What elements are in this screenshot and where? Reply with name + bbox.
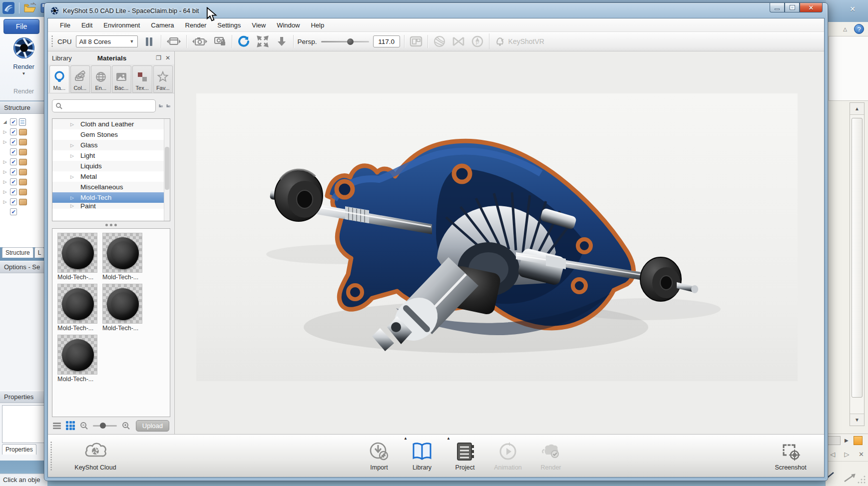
nav-close-icon[interactable]: ✕ — [859, 451, 864, 458]
menu-edit[interactable]: Edit — [76, 19, 97, 31]
help-icon[interactable]: ? — [854, 24, 864, 34]
material-preview[interactable] — [102, 233, 142, 273]
ribbon-collapse-icon[interactable]: △ — [843, 26, 847, 32]
tab-favorites[interactable]: Fav... — [153, 65, 173, 93]
menu-view[interactable]: View — [247, 19, 271, 31]
checkbox-checked[interactable]: ✔ — [10, 178, 17, 185]
expand-open-icon[interactable]: ◢ — [2, 119, 8, 124]
zoom-out-icon[interactable] — [80, 422, 88, 430]
tab-layers-partial[interactable]: L — [34, 247, 45, 258]
thumbnail-size-slider[interactable] — [93, 425, 117, 427]
dock-screenshot[interactable]: Screenshot — [769, 441, 812, 471]
checkbox-checked[interactable]: ✔ — [10, 208, 17, 215]
menu-camera[interactable]: Camera — [146, 19, 179, 31]
tab-textures[interactable]: Tex... — [132, 65, 152, 93]
tab-backplates[interactable]: Bac... — [112, 65, 132, 93]
menu-window[interactable]: Window — [272, 19, 305, 31]
checkbox-checked[interactable]: ✔ — [10, 188, 17, 195]
expand-arrow-icon[interactable]: ▷ — [70, 195, 74, 200]
expand-arrow-icon[interactable]: ▷ — [2, 159, 8, 164]
persp-slider[interactable] — [321, 41, 369, 42]
tab-structure[interactable]: Structure — [2, 247, 33, 258]
camera-step-button[interactable] — [191, 34, 209, 48]
lock-camera-button[interactable] — [213, 34, 228, 48]
tree-item-cloth-and-leather[interactable]: ▷Cloth and Leather — [52, 119, 170, 129]
material-preview[interactable] — [102, 284, 142, 324]
checkbox-checked[interactable]: ✔ — [10, 128, 17, 135]
reset-camera-button[interactable] — [236, 34, 251, 48]
material-thumbnail[interactable]: Mold-Tech-... — [57, 335, 97, 386]
tab-colors[interactable]: Col... — [70, 65, 90, 93]
dock-grip[interactable] — [50, 441, 52, 471]
add-folder-icon[interactable] — [159, 101, 163, 110]
structure-tree-row[interactable]: ✔ — [2, 207, 47, 217]
structure-tree-row[interactable]: ▷✔ — [2, 157, 47, 167]
tree-item-glass[interactable]: ▷Glass — [52, 140, 170, 150]
spaceclaim-render-button[interactable]: Render ▼ — [0, 36, 47, 76]
scroll-right-icon[interactable]: ▶ — [845, 438, 849, 443]
search-box[interactable] — [52, 99, 156, 112]
expand-arrow-icon[interactable]: ▷ — [2, 179, 8, 184]
region-render-button[interactable] — [409, 34, 424, 48]
structure-tree-root-row[interactable]: ◢✔ — [2, 117, 47, 127]
scroll-down-icon[interactable]: ▼ — [850, 414, 864, 426]
maximize-button[interactable] — [785, 3, 800, 12]
structure-tree-row[interactable]: ▷✔ — [2, 167, 47, 177]
checkbox-checked[interactable]: ✔ — [10, 148, 17, 155]
material-thumbnail[interactable]: Mold-Tech-... — [102, 233, 142, 284]
tree-item-mold-tech-selected[interactable]: ▷Mold-Tech — [52, 192, 170, 203]
expand-arrow-icon[interactable]: ▷ — [2, 189, 8, 194]
list-view-button[interactable] — [53, 422, 61, 430]
tab-materials[interactable]: Ma... — [49, 65, 69, 93]
checkbox-checked[interactable]: ✔ — [10, 168, 17, 175]
background-vertical-scrollbar[interactable]: ▲ ▼ — [850, 102, 865, 426]
render-area[interactable] — [196, 93, 798, 381]
hide-ui-button[interactable] — [274, 34, 289, 48]
vr-loop-button[interactable] — [451, 34, 466, 48]
checkbox-checked[interactable]: ✔ — [10, 158, 17, 165]
material-preview[interactable] — [57, 335, 97, 375]
scrollbar-thumb[interactable] — [852, 118, 863, 398]
dock-import[interactable]: Import — [358, 441, 401, 471]
expand-arrow-icon[interactable]: ▷ — [2, 169, 8, 174]
tree-item-gem-stones[interactable]: Gem Stones — [52, 129, 170, 140]
close-button[interactable]: ✕ — [800, 3, 823, 12]
scrollbar-thumb[interactable] — [828, 436, 841, 445]
expand-arrow-icon[interactable]: ▷ — [70, 174, 74, 179]
tree-scrollbar[interactable] — [164, 119, 170, 221]
environment-sphere-button[interactable] — [432, 34, 447, 48]
expand-arrow-icon[interactable]: ▷ — [2, 129, 8, 134]
keyshotvr-button[interactable]: KeyShotVR — [489, 33, 549, 49]
grid-view-button[interactable] — [66, 421, 75, 430]
structure-tree-row[interactable]: ▷✔ — [2, 137, 47, 147]
fullscreen-button[interactable] — [255, 34, 270, 48]
cores-dropdown[interactable]: All 8 Cores ▼ — [76, 35, 138, 47]
checkbox-checked[interactable]: ✔ — [10, 118, 17, 125]
menu-environment[interactable]: Environment — [98, 19, 145, 31]
tree-item-paint[interactable]: ▷Paint — [52, 203, 170, 209]
structure-tree-row[interactable]: ▷✔ — [2, 187, 47, 197]
open-file-icon[interactable] — [23, 2, 36, 13]
float-panel-icon[interactable]: ❐ — [156, 54, 161, 61]
material-preview[interactable] — [57, 233, 97, 273]
titlebar[interactable]: KeyShot 5.0 CAD Lite - SpaceClaim.bip - … — [44, 3, 828, 18]
tree-item-miscellaneous[interactable]: Miscellaneous — [52, 182, 170, 192]
realtime-viewport[interactable] — [175, 51, 824, 434]
menu-file[interactable]: File — [55, 19, 75, 31]
expand-arrow-icon[interactable]: ▷ — [2, 199, 8, 204]
structure-tree-row[interactable]: ▷✔ — [2, 177, 47, 187]
dock-project[interactable]: ▲ Project — [443, 441, 486, 471]
dock-keyshot-cloud[interactable]: KeyShot Cloud — [65, 441, 125, 471]
close-panel-icon[interactable]: ✕ — [165, 54, 170, 61]
material-preview[interactable] — [57, 284, 97, 324]
persp-slider-knob[interactable] — [347, 38, 354, 45]
spaceclaim-logo-icon[interactable] — [2, 1, 15, 14]
structure-tree-row[interactable]: ▷✔ — [2, 127, 47, 137]
nav-back-icon[interactable]: ◁ — [830, 451, 835, 458]
expand-arrow-icon[interactable]: ▷ — [70, 153, 74, 158]
color-swatch[interactable] — [854, 436, 863, 445]
upload-button[interactable]: Upload — [136, 420, 169, 432]
structure-tree-row[interactable]: ▷✔ — [2, 197, 47, 207]
dock-library[interactable]: ▲ Library — [401, 441, 443, 471]
expand-arrow-icon[interactable]: ▷ — [70, 122, 74, 127]
